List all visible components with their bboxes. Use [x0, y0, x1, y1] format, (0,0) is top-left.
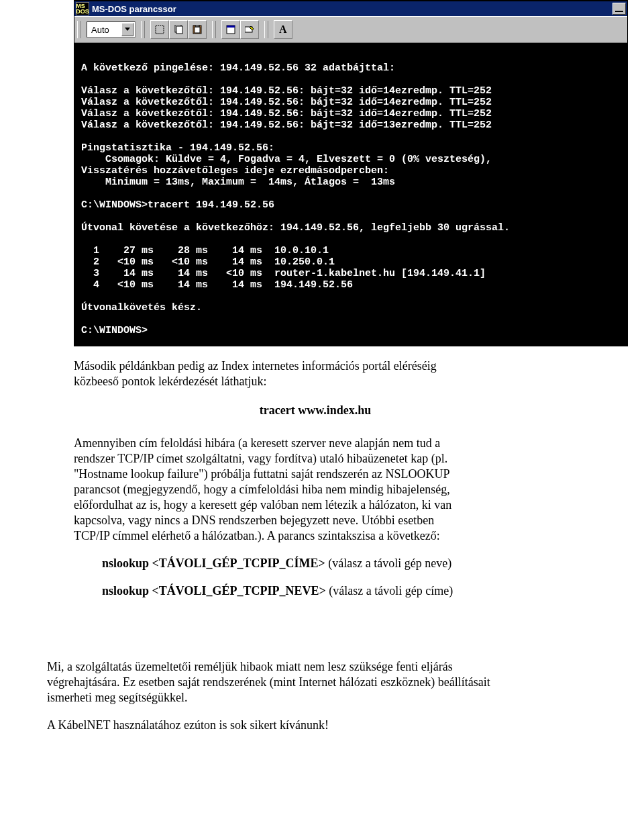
dos-window: MSDOS MS-DOS parancssor Auto: [74, 0, 628, 346]
font-size-combo[interactable]: Auto: [87, 21, 136, 38]
text: előfordulhat az is, hogy a keresett gép …: [74, 498, 451, 512]
console-line: 3 14 ms 14 ms <10 ms router-1.kabelnet.h…: [81, 268, 486, 279]
text: TCP/IP címmel elérhető a hálózatban.). A…: [74, 529, 440, 542]
toolbar-separator-3: [264, 21, 268, 38]
toolbar-handle[interactable]: [77, 21, 81, 38]
console-line: Minimum = 13ms, Maximum = 14ms, Átlagos …: [81, 177, 395, 188]
fullscreen-button[interactable]: [221, 20, 240, 39]
svg-marker-0: [125, 28, 130, 31]
svg-rect-5: [195, 27, 200, 33]
text: kapcsolva, vagy nincs a DNS rendszerben …: [74, 514, 434, 527]
toolbar: Auto A: [74, 16, 627, 43]
text: végrehajtására. Ez esetben saját rendsze…: [47, 675, 490, 689]
svg-rect-6: [195, 25, 199, 27]
window-title: MS-DOS parancssor: [92, 4, 176, 14]
text: ismerheti meg segítségükkel.: [47, 691, 187, 704]
command-syntax-2: nslookup <TÁVOLI_GÉP_TCPIP_NEVE> (válasz…: [102, 583, 557, 599]
text: Második példánkban pedig az Index intern…: [74, 359, 437, 373]
titlebar[interactable]: MSDOS MS-DOS parancssor: [74, 1, 627, 16]
command-example: tracert www.index.hu: [74, 403, 557, 418]
copy-button[interactable]: [169, 20, 188, 39]
svg-rect-3: [176, 26, 182, 34]
text: "Hostname lookup failure") próbálja futt…: [74, 467, 450, 481]
minimize-button[interactable]: [612, 3, 626, 15]
console-line: Válasz a következőtől: 194.149.52.56: bá…: [81, 108, 492, 119]
console-line: 1 27 ms 28 ms 14 ms 10.0.10.1: [81, 245, 329, 256]
text: A KábelNET használatához ezúton is sok s…: [47, 718, 604, 733]
console-line: A következő pingelése: 194.149.52.56 32 …: [81, 62, 395, 74]
command-syntax-1: nslookup <TÁVOLI_GÉP_TCPIP_CÍME> (válasz…: [102, 556, 557, 571]
svg-rect-8: [227, 26, 235, 28]
console-line: Útvonal követése a következőhöz: 194.149…: [81, 222, 510, 234]
svg-rect-1: [156, 26, 164, 34]
paste-button[interactable]: [188, 20, 207, 39]
mark-button[interactable]: [150, 20, 169, 39]
console-line: Válasz a következőtől: 194.149.52.56: bá…: [81, 119, 492, 131]
font-button[interactable]: A: [274, 20, 292, 39]
toolbar-separator-2: [212, 21, 216, 38]
text: parancsot (megjegyzendő, hogy a címfelol…: [74, 483, 450, 496]
text: Mi, a szolgáltatás üzemeltetői reméljük …: [47, 660, 453, 673]
properties-button[interactable]: [240, 20, 259, 39]
toolbar-separator: [141, 21, 145, 38]
console-line: Visszatérés hozzávetőleges ideje ezredmá…: [81, 165, 389, 177]
console-line: Válasz a következőtől: 194.149.52.56: bá…: [81, 85, 492, 97]
letter-a-icon: A: [279, 23, 287, 36]
combo-value: Auto: [91, 25, 109, 35]
chevron-down-icon[interactable]: [121, 23, 133, 36]
console-line: 4 <10 ms 14 ms 14 ms 194.149.52.56: [81, 279, 353, 291]
text: Amennyiben cím feloldási hibára (a keres…: [74, 436, 440, 450]
console-line: Útvonalkövetés kész.: [81, 302, 202, 313]
console-line: Pingstatisztika - 194.149.52.56:: [81, 142, 274, 154]
console-line: C:\WINDOWS>tracert 194.149.52.56: [81, 199, 274, 211]
console-line: C:\WINDOWS>: [81, 325, 148, 336]
text: közbeeső pontok lekérdezését láthatjuk:: [74, 375, 266, 388]
text: rendszer TCP/IP címet szolgáltatni, vagy…: [74, 452, 447, 465]
console-line: Csomagok: Küldve = 4, Fogadva = 4, Elves…: [81, 154, 492, 165]
console-output[interactable]: A következő pingelése: 194.149.52.56 32 …: [74, 43, 627, 346]
document-body: Második példánkban pedig az Index intern…: [74, 358, 557, 734]
console-line: Válasz a következőtől: 194.149.52.56: bá…: [81, 97, 492, 108]
dos-icon: MSDOS: [76, 2, 89, 15]
console-line: 2 <10 ms <10 ms 14 ms 10.250.0.1: [81, 256, 335, 268]
